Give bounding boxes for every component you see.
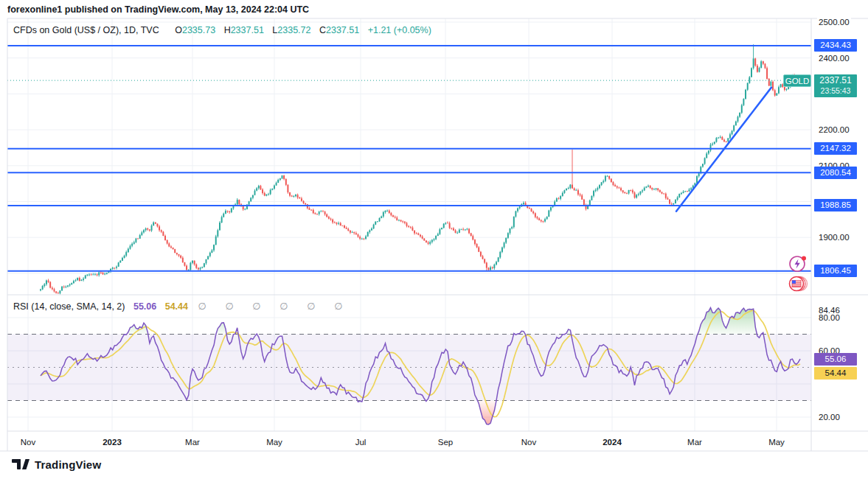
symbol-name-badge: GOLD bbox=[783, 74, 811, 87]
change-value: +1.21 (+0.05%) bbox=[368, 25, 431, 35]
rsi-value: 55.06 bbox=[133, 301, 156, 312]
rsi-sma-value: 54.44 bbox=[165, 301, 188, 312]
time-axis-label: 2023 bbox=[103, 438, 122, 447]
time-axis-label: 2024 bbox=[603, 438, 622, 447]
level-price-badge: 2147.32 bbox=[814, 142, 857, 155]
price-axis-label: 2200.00 bbox=[817, 125, 851, 134]
ohlc-close: C2337.51 bbox=[313, 25, 359, 35]
rsi-axis-label: 84.46 bbox=[817, 306, 841, 315]
price-axis-label: 2400.00 bbox=[817, 54, 851, 63]
time-axis-label: Jul bbox=[355, 438, 367, 447]
chart-stamps bbox=[786, 254, 811, 295]
ohlc-high: H2337.51 bbox=[218, 25, 264, 35]
ohlc-open: O2335.73 bbox=[169, 25, 215, 35]
rsi-value-badge: 55.06 bbox=[814, 353, 857, 366]
time-axis[interactable]: Nov2023MarMayJulSepNov2024MarMay bbox=[0, 433, 868, 451]
time-axis-label: May bbox=[266, 438, 282, 447]
rsi-title: RSI (14, close, SMA, 14, 2) bbox=[13, 301, 125, 312]
rsi-value-badge: 54.44 bbox=[814, 367, 857, 380]
bar-countdown: 23:55:43 bbox=[814, 86, 857, 96]
current-price-value: 2337.51 bbox=[814, 74, 857, 86]
price-axis-label: 2500.00 bbox=[817, 18, 851, 27]
current-price-badge: 2337.51 23:55:43 bbox=[814, 74, 857, 97]
tradingview-logo-text: TradingView bbox=[35, 458, 101, 471]
level-price-badge: 2434.43 bbox=[814, 39, 857, 52]
level-price-badge: 2080.54 bbox=[814, 167, 857, 179]
time-axis-label: Nov bbox=[521, 438, 536, 447]
symbol-title: CFDs on Gold (US$ / OZ), 1D, TVC bbox=[13, 25, 159, 35]
rsi-empty-slots: ∅ ∅ ∅ ∅ ∅ ∅ bbox=[198, 301, 350, 312]
footer-bar: TradingView bbox=[0, 452, 868, 479]
time-axis-label: Nov bbox=[21, 438, 35, 447]
price-axis[interactable]: 2500.002400.002200.002100.002000.001900.… bbox=[813, 0, 868, 452]
level-price-badge: 1806.45 bbox=[814, 265, 857, 277]
rsi-axis-label: 20.00 bbox=[817, 413, 841, 422]
chart-canvas[interactable] bbox=[0, 0, 868, 479]
rsi-legend: RSI (14, close, SMA, 14, 2) 55.06 54.44 … bbox=[13, 301, 350, 312]
symbol-legend: CFDs on Gold (US$ / OZ), 1D, TVC O2335.7… bbox=[13, 25, 431, 35]
time-axis-label: Sep bbox=[438, 438, 453, 447]
tradingview-logo-mark bbox=[12, 457, 29, 472]
flash-stamp-icon bbox=[790, 256, 806, 272]
price-axis-label: 1900.00 bbox=[817, 233, 851, 242]
tradingview-published-chart: forexonline1 published on TradingView.co… bbox=[0, 0, 868, 479]
flag-stamp-icon bbox=[790, 277, 808, 291]
level-price-badge: 1988.85 bbox=[814, 199, 857, 211]
tradingview-logo[interactable]: TradingView bbox=[12, 457, 101, 472]
time-axis-label: Mar bbox=[687, 438, 702, 447]
time-axis-label: May bbox=[768, 438, 785, 447]
ohlc-low: L2335.72 bbox=[266, 25, 310, 35]
time-axis-label: Mar bbox=[185, 438, 200, 447]
